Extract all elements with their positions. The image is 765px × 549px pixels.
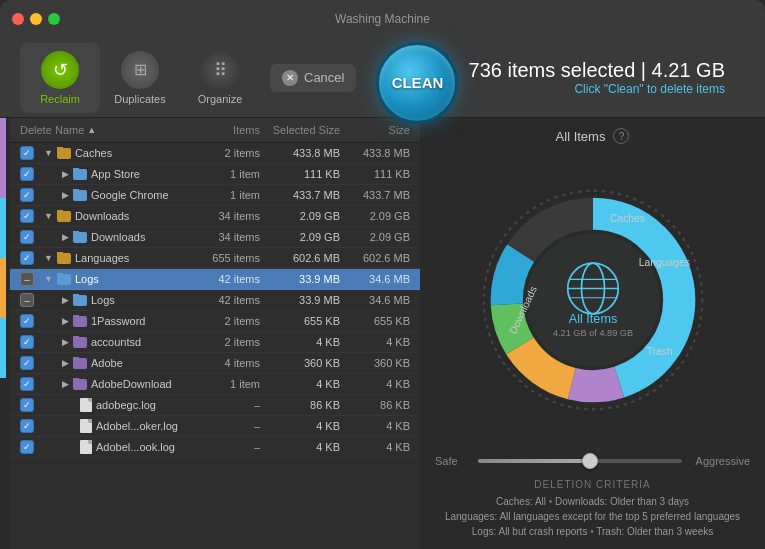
row-name: Adobel...oker.log (34, 419, 195, 433)
table-row[interactable]: ▶Logs42 items33.9 MB34.6 MB (10, 290, 420, 311)
table-row[interactable]: ▼Caches2 items433.8 MB433.8 MB (10, 143, 420, 164)
slider-thumb[interactable] (582, 453, 598, 469)
row-checkbox[interactable] (20, 188, 34, 202)
expand-arrow[interactable]: ▼ (44, 211, 53, 221)
row-checkbox[interactable] (20, 335, 34, 349)
close-button[interactable] (12, 13, 24, 25)
row-items: 2 items (195, 147, 260, 159)
table-row[interactable]: ▶Downloads34 items2.09 GB2.09 GB (10, 227, 420, 248)
row-name-text: Google Chrome (91, 189, 169, 201)
row-checkbox[interactable] (20, 377, 34, 391)
left-strip (0, 118, 10, 549)
row-selsize: 4 KB (260, 441, 340, 453)
expand-arrow[interactable]: ▶ (62, 232, 69, 242)
row-name-text: adobegc.log (96, 399, 156, 411)
table-row[interactable]: ▶Adobe4 items360 KB360 KB (10, 353, 420, 374)
clean-button[interactable]: CLEAN (376, 42, 458, 124)
table-row[interactable]: ▼Logs42 items33.9 MB34.6 MB (10, 269, 420, 290)
expand-arrow[interactable]: ▶ (62, 379, 69, 389)
row-size: 433.8 MB (340, 147, 410, 159)
table-row[interactable]: ▶1Password2 items655 KB655 KB (10, 311, 420, 332)
row-size: 86 KB (340, 399, 410, 411)
row-checkbox[interactable] (20, 209, 34, 223)
row-size: 2.09 GB (340, 231, 410, 243)
table-row[interactable]: ▶AdobeDownload1 item4 KB4 KB (10, 374, 420, 395)
row-name-text: accountsd (91, 336, 141, 348)
file-list[interactable]: Delete Name ▲ Items Selected Size Size ▼… (10, 118, 420, 549)
row-checkbox[interactable] (20, 356, 34, 370)
slider-row: Safe Aggressive (435, 455, 750, 467)
duplicates-button[interactable]: Duplicates (100, 43, 180, 113)
row-checkbox[interactable] (20, 314, 34, 328)
reclaim-button[interactable]: Reclaim (20, 43, 100, 113)
row-checkbox[interactable] (20, 272, 34, 286)
expand-arrow[interactable]: ▼ (44, 148, 53, 158)
table-row[interactable]: ▶Google Chrome1 item433.7 MB433.7 MB (10, 185, 420, 206)
folder-icon (73, 316, 87, 327)
row-size: 4 KB (340, 420, 410, 432)
row-checkbox[interactable] (20, 419, 34, 433)
col-selsize-header: Selected Size (260, 124, 340, 136)
table-row[interactable]: Adobel...oker.log–4 KB4 KB (10, 416, 420, 437)
row-items: 1 item (195, 378, 260, 390)
selection-info: 736 items selected | 4.21 GB Click "Clea… (458, 59, 745, 96)
expand-arrow[interactable]: ▶ (62, 316, 69, 326)
row-checkbox[interactable] (20, 230, 34, 244)
svg-text:All Items: All Items (568, 312, 616, 326)
items-selected-text: 736 items selected | 4.21 GB (469, 59, 725, 82)
minimize-button[interactable] (30, 13, 42, 25)
file-icon (80, 398, 92, 412)
row-items: – (195, 420, 260, 432)
expand-arrow[interactable]: ▼ (44, 274, 53, 284)
row-size: 4 KB (340, 378, 410, 390)
row-name: adobegc.log (34, 398, 195, 412)
slider-track[interactable] (478, 459, 682, 463)
row-checkbox[interactable] (20, 251, 34, 265)
row-size: 360 KB (340, 357, 410, 369)
row-selsize: 433.7 MB (260, 189, 340, 201)
slider-label-safe: Safe (435, 455, 470, 467)
table-row[interactable]: ▶accountsd2 items4 KB4 KB (10, 332, 420, 353)
folder-icon (73, 190, 87, 201)
row-name-text: AdobeDownload (91, 378, 172, 390)
row-name: ▶Logs (34, 294, 195, 306)
row-checkbox[interactable] (20, 146, 34, 160)
cancel-icon: ✕ (282, 70, 298, 86)
expand-arrow[interactable]: ▶ (62, 169, 69, 179)
organize-button[interactable]: Organize (180, 43, 260, 113)
row-selsize: 4 KB (260, 336, 340, 348)
row-checkbox[interactable] (20, 398, 34, 412)
duplicates-icon (121, 51, 159, 89)
row-checkbox[interactable] (20, 440, 34, 454)
expand-arrow[interactable]: ▶ (62, 337, 69, 347)
row-name: ▼Logs (34, 273, 195, 285)
table-row[interactable]: Adobel...ook.log–4 KB4 KB (10, 437, 420, 458)
table-row[interactable]: ▶App Store1 item111 KB111 KB (10, 164, 420, 185)
row-name-text: Caches (75, 147, 112, 159)
expand-arrow[interactable]: ▼ (44, 253, 53, 263)
table-row[interactable]: adobegc.log–86 KB86 KB (10, 395, 420, 416)
row-size: 111 KB (340, 168, 410, 180)
expand-arrow[interactable]: ▶ (62, 295, 69, 305)
row-name: ▶Adobe (34, 357, 195, 369)
row-name: ▶1Password (34, 315, 195, 327)
table-row[interactable]: ▼Downloads34 items2.09 GB2.09 GB (10, 206, 420, 227)
cancel-button[interactable]: ✕ Cancel (270, 64, 356, 92)
donut-chart: All Items 4.21 GB of 4.89 GB Caches Lang… (478, 185, 708, 415)
row-checkbox[interactable] (20, 167, 34, 181)
expand-arrow[interactable]: ▶ (62, 358, 69, 368)
row-size: 433.7 MB (340, 189, 410, 201)
col-delete-header: Delete (20, 124, 55, 136)
row-name: ▼Downloads (34, 210, 195, 222)
file-list-header: Delete Name ▲ Items Selected Size Size (10, 118, 420, 143)
titlebar: Washing Machine (0, 0, 765, 38)
row-selsize: 360 KB (260, 357, 340, 369)
row-name-text: Adobel...oker.log (96, 420, 178, 432)
folder-icon (57, 274, 71, 285)
maximize-button[interactable] (48, 13, 60, 25)
table-row[interactable]: ▼Languages655 items602.6 MB602.6 MB (10, 248, 420, 269)
row-checkbox[interactable] (20, 293, 34, 307)
expand-arrow[interactable]: ▶ (62, 190, 69, 200)
info-icon[interactable]: ? (613, 128, 629, 144)
row-selsize: 2.09 GB (260, 210, 340, 222)
